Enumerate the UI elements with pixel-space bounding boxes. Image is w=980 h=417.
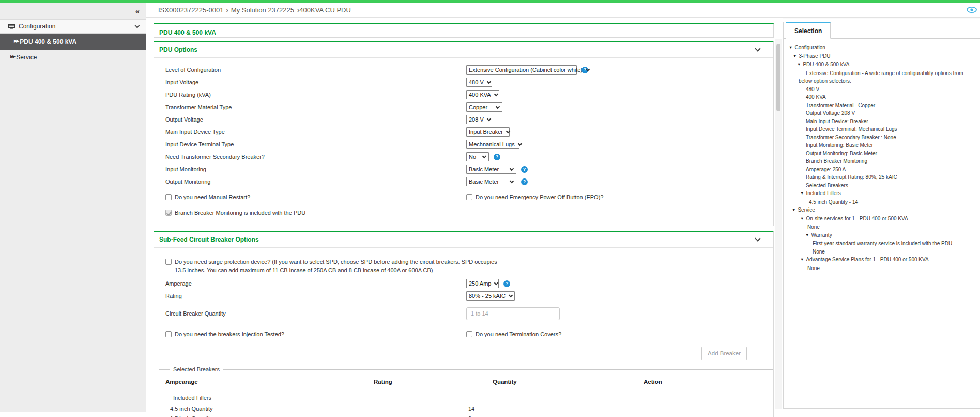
sidebar-item-service[interactable]: Service <box>0 50 146 65</box>
tree-item-pdu-400-500[interactable]: PDU 400 & 500 kVA <box>784 61 980 69</box>
injection-tested-checkbox[interactable] <box>165 331 172 337</box>
info-icon[interactable] <box>521 166 528 173</box>
tree-item-label: None <box>807 224 820 230</box>
tree-item-transformer-material[interactable]: Transformer Material - Copper <box>784 101 980 110</box>
sidebar-item-label: Service <box>16 54 37 61</box>
select-value: Copper <box>469 104 487 110</box>
tree-item-label: On-site services for 1 - PDU 400 or 500 … <box>806 216 908 221</box>
field-label: Circuit Breaker Quantity <box>165 310 466 317</box>
form-row-level-of-configuration: Level of Configuration Extensive Configu… <box>165 64 773 76</box>
tree-item-3-phase-pdu[interactable]: 3-Phase PDU <box>784 52 980 61</box>
triangle-down-icon <box>792 206 795 215</box>
field-label: Need Transformer Secondary Breaker? <box>165 154 466 160</box>
tree-item-480v[interactable]: 480 V <box>784 85 980 94</box>
breadcrumb-solution-id[interactable]: ISX0002372225-0001 <box>158 6 224 14</box>
tree-item-label: 3-Phase PDU <box>799 53 830 59</box>
field-label: Input Device Terminal Type <box>165 141 466 147</box>
tree-item-45-inch-quantity[interactable]: 4.5 inch Quantity - 14 <box>784 198 980 206</box>
chevron-down-icon <box>482 154 486 158</box>
output-monitoring-select[interactable]: Basic Meter <box>466 177 516 186</box>
tree-item-label: Advantage Service Plans for 1 - PDU 400 … <box>806 257 928 262</box>
tree-item-service[interactable]: Service <box>784 206 980 215</box>
tree-item-selected-breakers[interactable]: Selected Breakers <box>784 182 980 190</box>
select-value: 400 KVA <box>469 92 491 98</box>
checkbox-label: Do you need Emergency Power Off Button (… <box>476 194 603 200</box>
tree-item-none[interactable]: None <box>784 248 980 256</box>
info-icon[interactable] <box>521 178 528 185</box>
breadcrumb-my-solution[interactable]: My Solution 2372225 <box>231 6 294 14</box>
sidebar-item-label: PDU 400 & 500 kVA <box>20 38 76 46</box>
chevron-down-icon <box>494 280 498 285</box>
tab-selection[interactable]: Selection <box>786 22 831 39</box>
tree-item-output-monitoring[interactable]: Output Monitoring: Basic Meter <box>784 150 980 158</box>
secondary-breaker-select[interactable]: No <box>466 152 489 161</box>
info-icon[interactable] <box>503 280 510 287</box>
tree-item-first-year-warranty[interactable]: First year standard warranty service is … <box>784 240 980 248</box>
sidebar-section-configuration[interactable]: Configuration <box>0 20 146 34</box>
transformer-material-select[interactable]: Copper <box>466 102 502 112</box>
amperage-select[interactable]: 250 Amp <box>466 279 499 288</box>
circuit-breaker-quantity-input[interactable] <box>466 307 560 320</box>
form-row-output-voltage: Output Voltage 208 V <box>165 113 773 126</box>
tree-item-advantage-service-plans[interactable]: Advantage Service Plans for 1 - PDU 400 … <box>784 256 980 264</box>
tree-item-label: None <box>807 265 820 271</box>
input-voltage-select[interactable]: 480 V <box>466 78 492 87</box>
output-voltage-select[interactable]: 208 V <box>466 115 492 124</box>
triangle-down-icon <box>797 61 801 69</box>
column-header-quantity: Quantity <box>493 379 644 385</box>
tree-item-onsite-services[interactable]: On-site services for 1 - PDU 400 or 500 … <box>784 215 980 224</box>
tree-item-label: Branch Breaker Monitoring <box>806 158 867 164</box>
tree-item-branch-breaker-monitoring[interactable]: Branch Breaker Monitoring <box>784 157 980 166</box>
double-arrow-icon <box>14 39 18 43</box>
tree-item-400kva[interactable]: 400 KVA <box>784 93 980 101</box>
view-eye-icon[interactable] <box>966 6 977 14</box>
select-value: Extensive Configuration (Cabinet color w… <box>469 67 583 73</box>
spd-checkbox[interactable] <box>165 259 172 265</box>
form-row-input-device-terminal: Input Device Terminal Type Mechnanical L… <box>165 138 773 151</box>
collapse-panel-chevron-icon[interactable] <box>755 235 760 241</box>
column-header-amperage: Ampearage <box>165 379 374 385</box>
sidebar-item-pdu-400-500-kva[interactable]: PDU 400 & 500 kVA <box>0 34 146 50</box>
filler-value: 14 <box>468 406 474 412</box>
tree-item-none[interactable]: None <box>784 264 980 273</box>
rating-select[interactable]: 80% - 25 kAIC <box>466 291 515 301</box>
tree-item-label: Amperage: 250 A <box>806 167 846 172</box>
manual-restart-checkbox[interactable] <box>165 194 172 200</box>
configuration-icon <box>8 24 15 29</box>
epo-checkbox[interactable] <box>466 194 472 200</box>
collapse-sidebar-button[interactable]: « <box>135 7 140 15</box>
tree-item-extensive-configuration[interactable]: Extensive Configuration - A wide range o… <box>784 69 980 85</box>
tree-item-secondary-breaker[interactable]: Transformer Secondary Breaker : None <box>784 133 980 142</box>
triangle-down-icon <box>800 215 804 224</box>
level-of-configuration-select[interactable]: Extensive Configuration (Cabinet color w… <box>466 65 577 75</box>
main-vertical-scrollbar[interactable] <box>775 39 782 409</box>
tree-item-main-input-device[interactable]: Main Input Device: Breaker <box>784 117 980 126</box>
selected-breakers-legend: Selected Breakers <box>159 366 773 373</box>
tree-item-amperage[interactable]: Amperage: 250 A <box>784 166 980 174</box>
add-breaker-button[interactable]: Add Breaker <box>701 347 747 360</box>
input-monitoring-select[interactable]: Basic Meter <box>466 165 516 174</box>
tree-item-configuration[interactable]: Configuration <box>784 43 980 52</box>
tree-item-warranty[interactable]: Warranty <box>784 231 980 240</box>
column-header-rating: Rating <box>374 379 493 385</box>
tree-item-rating-interrupt[interactable]: Rating & Interrupt Rating: 80%, 25 kAIC <box>784 173 980 182</box>
sidebar-collapse-row: « <box>0 3 146 20</box>
tree-item-included-fillers[interactable]: Included Fillers <box>784 189 980 198</box>
main-input-device-select[interactable]: Input Breaker <box>466 127 510 137</box>
termination-covers-checkbox[interactable] <box>466 331 472 337</box>
chevron-down-icon <box>487 79 491 83</box>
form-row-rating: Rating 80% - 25 kAIC <box>165 290 773 302</box>
input-device-terminal-select[interactable]: Mechnanical Lugs <box>466 140 519 149</box>
tree-item-none[interactable]: None <box>784 223 980 231</box>
tree-item-input-monitoring[interactable]: Input Monitoring: Basic Meter <box>784 141 980 150</box>
tree-item-label: Output Voltage 208 V <box>806 110 855 116</box>
collapse-panel-chevron-icon[interactable] <box>755 46 760 51</box>
tree-item-label: Transformer Material - Copper <box>806 102 875 108</box>
column-header-action: Action <box>644 379 773 385</box>
chevron-down-icon[interactable] <box>135 23 140 28</box>
scrollbar-thumb[interactable] <box>776 44 780 111</box>
pdu-rating-select[interactable]: 400 KVA <box>466 90 499 99</box>
tree-item-input-device-terminal[interactable]: Input Device Terminal: Mechanical Lugs <box>784 125 980 133</box>
tree-item-output-voltage[interactable]: Output Voltage 208 V <box>784 109 980 117</box>
info-icon[interactable] <box>494 154 500 160</box>
